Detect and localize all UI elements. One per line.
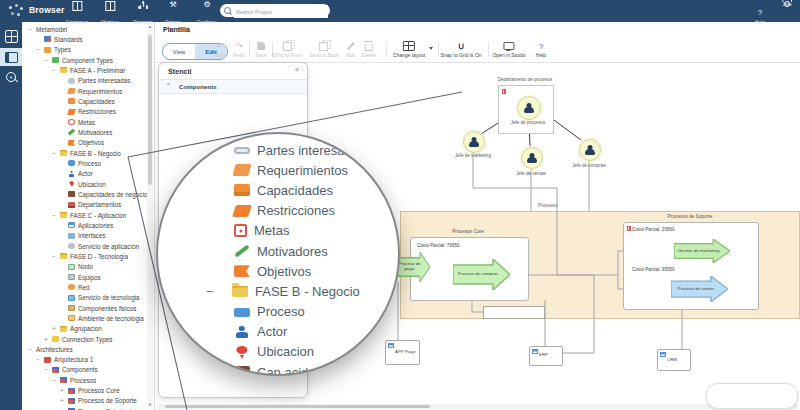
tree-expand-glyph[interactable]: − <box>44 366 52 373</box>
tree-expand-glyph[interactable]: − <box>52 150 60 157</box>
stencil-collapse-icon[interactable]: < <box>295 66 299 73</box>
send-to-back-button[interactable]: Send to Back <box>309 41 339 58</box>
tree-row[interactable]: − Component Types <box>22 55 154 65</box>
tree-row[interactable]: − FASE A - Preliminar <box>22 65 154 75</box>
tree-scrollbar[interactable] <box>147 23 153 407</box>
tree-row[interactable]: − Arquitectura 1 <box>22 355 154 365</box>
help-menu[interactable]: ? Help <box>755 1 764 25</box>
tree-item-label: Capacidades de negocio <box>78 191 147 198</box>
delete-button[interactable]: Delete <box>362 41 376 58</box>
toolbar-help-button[interactable]: ? Help <box>536 41 546 58</box>
partial-process-box[interactable] <box>483 306 545 319</box>
tree-expand-glyph[interactable]: − <box>36 46 44 53</box>
tree-row[interactable]: Capacidades <box>22 96 154 106</box>
tree-expand-glyph[interactable]: − <box>52 67 60 74</box>
change-layout-button[interactable]: Change layout <box>393 41 425 58</box>
scrollbar-thumb[interactable] <box>165 405 430 408</box>
user-menu[interactable]: Jose <box>782 1 792 7</box>
tree-item-label: Objetivos <box>78 139 104 146</box>
tree-row[interactable]: Aplicaciones <box>22 220 154 230</box>
menu-catalogues[interactable]: Catalogues <box>65 1 88 25</box>
menu-options[interactable]: ⚒ Options <box>165 1 181 25</box>
tree-row[interactable]: Nodo <box>22 262 154 272</box>
view-mode-button[interactable]: View <box>163 44 195 59</box>
tree-row[interactable]: − Architectures <box>22 344 154 354</box>
tree-scrollbar-thumb[interactable] <box>148 35 152 185</box>
tree-expand-glyph[interactable]: − <box>52 377 60 384</box>
org-node-jefe-marketing[interactable] <box>463 131 485 153</box>
tree-scroll-down-icon[interactable]: ▼ <box>147 402 153 407</box>
tree-row[interactable]: Standards <box>22 34 154 44</box>
tree-row[interactable]: − Metamodel <box>22 24 154 34</box>
tree-row[interactable]: + Agrupacion <box>22 324 154 334</box>
undo-button[interactable]: ↶ Undo <box>214 41 226 58</box>
tree-expand-glyph[interactable]: − <box>28 26 36 33</box>
org-node-jefe-procesos[interactable] <box>517 96 541 120</box>
tree-row[interactable]: Servicio de tecnologia <box>22 293 154 303</box>
tree-row[interactable]: Objetivos <box>22 138 154 148</box>
tree-row[interactable]: Componentes fisicos <box>22 303 154 313</box>
tree-row[interactable]: + Connection Types <box>22 334 154 344</box>
tree-row[interactable]: Requerimientos <box>22 86 154 96</box>
chevron-down-icon[interactable] <box>429 47 433 50</box>
tree-row[interactable]: Metas <box>22 117 154 127</box>
tree-row[interactable]: Actor <box>22 169 154 179</box>
tree-row[interactable]: Equipos <box>22 272 154 282</box>
tree-row[interactable]: + Procesos de Soporte <box>22 396 154 406</box>
tree-row[interactable]: Proceso <box>22 158 154 168</box>
tree-row[interactable]: Servicio de aplicacion <box>22 241 154 251</box>
tree-expand-glyph[interactable]: + <box>60 387 68 394</box>
tree-expand-glyph[interactable]: − <box>44 57 52 64</box>
tree-expand-glyph[interactable]: − <box>52 253 60 260</box>
tree-expand-glyph[interactable]: + <box>60 397 68 404</box>
stencil-section-components[interactable]: ^ Components <box>159 80 307 94</box>
monitor-icon <box>504 42 515 50</box>
process-arrow-gestion-marketing[interactable]: Gestion de marketing <box>674 239 730 263</box>
tree-expand-glyph[interactable]: + <box>52 325 60 332</box>
app-box-crm[interactable]: CRM <box>657 349 691 371</box>
open-in-studio-button[interactable]: Open in Studio <box>492 41 525 58</box>
menu-diagrams[interactable]: Diagrams <box>133 1 153 25</box>
tree-row[interactable]: Restricciones <box>22 107 154 117</box>
process-arrow-ventas[interactable]: Proceso de ventas <box>671 276 728 302</box>
menu-matrices[interactable]: Matrices <box>101 1 118 25</box>
tree-row[interactable]: Motivadores <box>22 127 154 137</box>
tree-expand-glyph[interactable]: − <box>52 212 60 219</box>
tree-row[interactable]: − FASE D - Tecnologia <box>22 251 154 261</box>
tree-row[interactable]: − FASE C - Aplicacion <box>22 210 154 220</box>
tree-row[interactable]: Ubicacion <box>22 179 154 189</box>
tree-row[interactable]: Departamentos <box>22 200 154 210</box>
save-button[interactable]: Save <box>255 41 266 58</box>
rail-browser-panel-button[interactable] <box>0 48 22 66</box>
tree-row[interactable]: − FASE B - Negocio <box>22 148 154 158</box>
tree-row[interactable]: − Procesos <box>22 375 154 385</box>
tree-row[interactable]: Capacidades de negocio <box>22 189 154 199</box>
rail-zoom-search-button[interactable] <box>0 68 22 86</box>
process-arrow-compras[interactable]: Proceso de compras <box>453 259 510 290</box>
app-box-erp[interactable]: ERP <box>529 346 563 366</box>
redo-button[interactable]: ↷ Redo <box>233 41 245 58</box>
search-box[interactable] <box>220 4 330 17</box>
tree-row[interactable]: − Types <box>22 45 154 55</box>
rail-blocks-button[interactable] <box>0 27 22 45</box>
app-box-app-pago[interactable]: APP Pago <box>385 340 420 365</box>
org-node-jefe-ventas[interactable] <box>521 147 543 169</box>
tree-expand-glyph[interactable]: + <box>44 336 52 343</box>
tree-row[interactable]: − Components <box>22 365 154 375</box>
tree-row[interactable]: + Procesos Estrategicos <box>22 406 154 410</box>
tree-row[interactable]: Interfaces <box>22 231 154 241</box>
tree-row[interactable]: Ambiente de tecnologia <box>22 313 154 323</box>
tree-row[interactable]: Red <box>22 282 154 292</box>
tree-row[interactable]: Partes interesadas <box>22 76 154 86</box>
search-input[interactable] <box>234 5 328 18</box>
menu-configure[interactable]: ⚙ Configure <box>197 1 217 25</box>
tree-row[interactable]: + Procesos Core <box>22 385 154 395</box>
org-node-jefe-compras[interactable] <box>579 139 601 161</box>
snap-to-grid-button[interactable]: ∪ Snap to Grid is On <box>440 41 481 58</box>
canvas-horizontal-scrollbar[interactable] <box>157 404 798 409</box>
tree-expand-glyph[interactable]: − <box>36 356 44 363</box>
process-arrow-pago[interactable]: Proceso de pago <box>396 252 430 282</box>
edit-element-button[interactable]: Edit <box>347 41 356 58</box>
tree-expand-glyph[interactable]: − <box>28 346 36 353</box>
bring-to-front-button[interactable]: Bring to Front <box>272 41 302 58</box>
